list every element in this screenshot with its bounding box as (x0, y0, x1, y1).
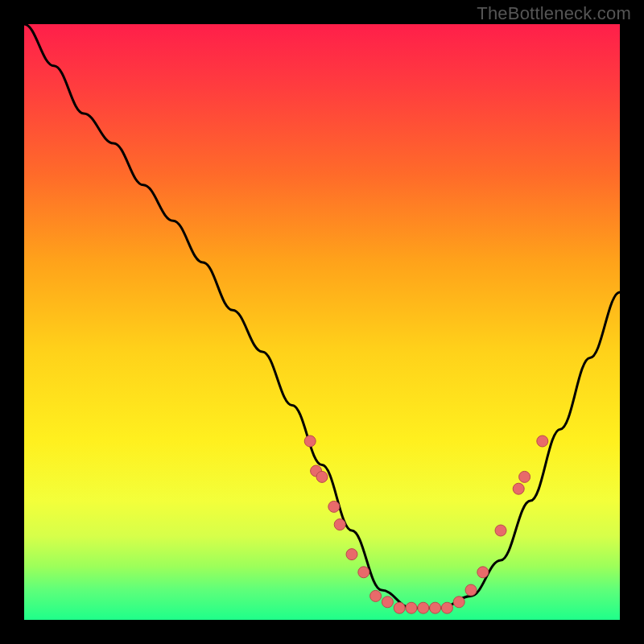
data-marker (370, 590, 382, 601)
chart-plot-area (24, 24, 620, 620)
watermark-text: TheBottleneck.com (477, 3, 631, 24)
bottleneck-curve (24, 24, 620, 608)
data-marker (537, 436, 548, 447)
data-marker (453, 597, 464, 608)
data-marker (430, 602, 441, 613)
data-marker (513, 483, 524, 494)
data-marker (346, 549, 357, 560)
data-marker (304, 436, 316, 447)
data-marker (465, 584, 477, 596)
data-marker (441, 602, 452, 613)
data-marker (316, 471, 328, 482)
data-marker (495, 525, 506, 536)
data-marker (519, 471, 530, 482)
chart-frame: TheBottleneck.com (0, 0, 644, 644)
data-marker (334, 519, 345, 530)
data-marker (477, 567, 489, 578)
data-marker (358, 567, 369, 578)
data-marker (406, 602, 417, 613)
data-marker (418, 602, 429, 613)
data-marker (382, 597, 393, 608)
chart-svg (24, 24, 620, 620)
data-marker (328, 501, 340, 512)
data-marker (394, 602, 405, 613)
